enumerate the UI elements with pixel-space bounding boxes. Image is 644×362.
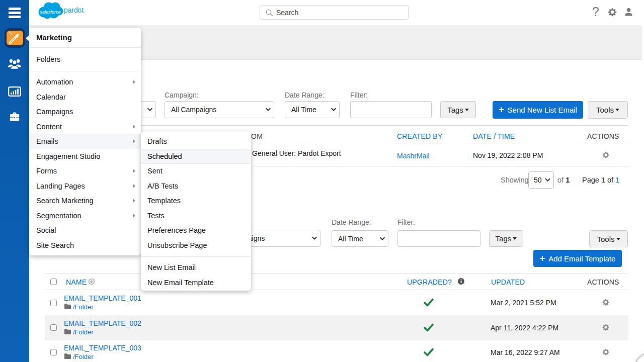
svg-text:pardot: pardot xyxy=(64,7,84,14)
svg-text:salesforce: salesforce xyxy=(40,10,60,15)
